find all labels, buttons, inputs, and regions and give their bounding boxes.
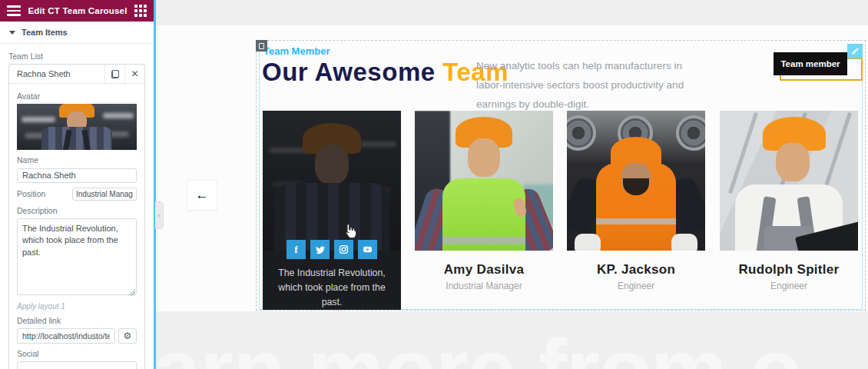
panel-collapse-tab[interactable]: ‹ [155,201,164,229]
section-intro: New analytic tools can help manufacturer… [476,57,704,115]
description-label: Description [17,206,137,215]
carousel-prev-button[interactable]: ← [187,180,217,211]
detailed-link-input[interactable] [17,328,115,344]
duplicate-icon[interactable] [104,65,124,83]
team-card[interactable]: KP. Jackson Engineer [567,111,705,291]
panel-resizer[interactable] [154,0,156,369]
youtube-icon[interactable] [358,240,377,259]
team-card-active[interactable]: f The Industrial Revolution, which took … [263,111,401,310]
elementor-editor: Edit CT Team Carousel Team Items Team Li… [0,0,868,369]
pencil-icon [851,47,860,55]
member-role: Industrial Manager [415,281,553,291]
position-label: Position [17,189,45,198]
name-label: Name [17,155,137,165]
section-edit-handle[interactable] [256,40,267,52]
team-member-button[interactable]: Team member [774,52,847,75]
detailed-link-label: Detailed link [17,316,137,325]
section-team-items[interactable]: Team Items [0,22,154,44]
twitter-icon[interactable] [310,240,330,259]
member-name: Amy Dasilva [415,262,553,278]
editor-panel: Edit CT Team Carousel Team Items Team Li… [0,0,154,369]
member-name: KP. Jackson [567,262,705,278]
close-icon[interactable]: ✕ [124,65,144,83]
member-role: Engineer [720,281,858,291]
social-label: Social [17,349,137,358]
heading-primary: Our Awesome [262,58,436,86]
section-heading: Our Awesome Team [262,58,509,87]
description-textarea[interactable]: The Industrial Revolution, which took pl… [17,218,137,295]
background-watermark-text: earn more from o [154,320,801,369]
card-caption: The Industrial Revolution, which took pl… [263,266,401,310]
card-social-row: f [263,240,401,259]
repeater-item: Rachna Sheth ✕ Avatar [8,64,145,369]
instagram-icon[interactable] [334,240,353,259]
preview-canvas: ‹ earn more from o Team Member Our Aweso… [154,0,868,369]
repeater-item-header: Rachna Sheth ✕ [9,65,144,84]
social-repeater-item: Icon ✕ f [17,361,137,369]
team-photo [263,111,401,251]
team-photo [415,111,553,251]
team-photo [567,111,705,251]
pencil-edit-handle[interactable] [847,44,863,58]
member-role: Engineer [567,281,705,291]
repeater-item-title[interactable]: Rachna Sheth [9,65,104,83]
avatar-label: Avatar [17,91,137,101]
team-list-label: Team List [8,52,145,61]
panel-body: Team List Rachna Sheth ✕ Avatar [0,44,154,369]
apply-layout-note: Apply layout 1 [17,302,137,311]
card-hover-overlay [263,111,401,251]
caret-down-icon [9,31,15,35]
team-card[interactable]: Amy Dasilva Industrial Manager [415,111,553,291]
section-eyebrow: Team Member [263,45,330,57]
arrow-left-icon: ← [196,188,209,203]
panel-title: Edit CT Team Carousel [28,6,127,15]
panel-header: Edit CT Team Carousel [0,0,154,22]
team-card[interactable]: Rudolph Spitler Engineer [720,111,858,291]
apps-grid-icon[interactable] [134,5,147,17]
facebook-icon[interactable]: f [287,240,306,259]
avatar-image[interactable] [17,104,137,150]
team-photo [720,111,858,251]
gear-icon[interactable]: ⚙ [118,328,137,344]
hamburger-icon[interactable] [7,3,21,18]
repeater-item-body: Avatar Name Position [9,84,144,369]
position-input[interactable] [72,188,137,201]
section-title: Team Items [22,28,68,37]
member-name: Rudolph Spitler [720,262,858,278]
name-input[interactable] [17,168,137,183]
